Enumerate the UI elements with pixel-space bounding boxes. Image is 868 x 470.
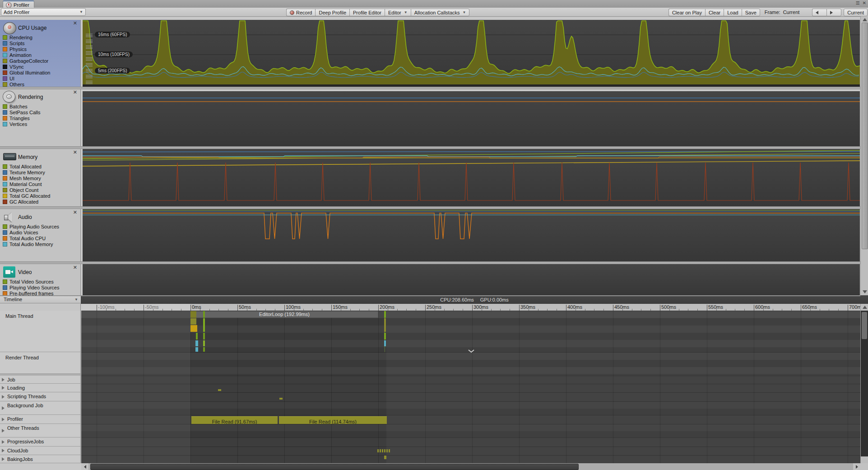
memory-chart[interactable] [83, 149, 860, 206]
expand-arrow-icon[interactable] [2, 429, 5, 433]
profiler-sample-block[interactable] [203, 347, 205, 352]
clear-on-play-button[interactable]: Clear on Play [668, 9, 705, 16]
thread-row-job[interactable]: Job [0, 376, 80, 384]
allocation-callstacks-dropdown[interactable]: Allocation Callstacks▼ [411, 9, 470, 16]
scroll-down-icon[interactable] [863, 290, 867, 293]
legend-item-audio-voices[interactable]: Audio Voices [3, 230, 38, 235]
thread-row-scripting-threads[interactable]: Scripting Threads [0, 392, 80, 401]
profiler-sample-block[interactable] [384, 333, 386, 340]
rendering-chart[interactable] [83, 91, 860, 146]
deep-profile-button[interactable]: Deep Profile [315, 9, 349, 16]
legend-drag-handle[interactable] [86, 75, 93, 79]
close-icon[interactable]: ✕ [73, 150, 77, 155]
legend-drag-handle[interactable] [86, 51, 93, 56]
profiler-sample-block[interactable] [203, 333, 205, 340]
legend-item-animation[interactable]: Animation [3, 52, 32, 58]
module-video[interactable]: Video✕Total Video SourcesPlaying Video S… [0, 264, 81, 295]
thread-row-loading[interactable]: Loading [0, 384, 80, 392]
module-cpu-usage[interactable]: CPU Usage✕RenderingScriptsPhysicsAnimati… [0, 20, 81, 87]
timeline-area[interactable]: EditorLoop (192.99ms)File Read (91.67ms)… [81, 311, 860, 463]
expand-arrow-icon[interactable] [2, 449, 5, 452]
timeline-scrollbar[interactable] [860, 304, 868, 463]
legend-drag-handle[interactable] [86, 46, 93, 50]
expand-main-thread-chevron[interactable] [468, 349, 475, 353]
legend-item-global-illumination[interactable]: Global Illumination [3, 70, 51, 75]
file-read-bar[interactable]: File Read (91.67ms) [191, 416, 278, 424]
legend-item-vsync[interactable]: VSync [3, 64, 24, 70]
save-button[interactable]: Save [742, 9, 760, 16]
legend-item-total-audio-memory[interactable]: Total Audio Memory [3, 242, 53, 247]
timeline-hscrollbar-thumb[interactable] [90, 464, 579, 470]
profiler-sample-block[interactable] [384, 311, 386, 318]
expand-arrow-icon[interactable] [2, 457, 5, 461]
expand-arrow-icon[interactable] [2, 386, 5, 390]
legend-item-gc-allocated[interactable]: GC Allocated [3, 199, 38, 205]
editorloop-bar[interactable]: EditorLoop (192.99ms) [190, 311, 378, 318]
legend-item-total-allocated[interactable]: Total Allocated [3, 164, 42, 169]
profiler-sample-block[interactable] [196, 333, 198, 340]
video-chart[interactable] [83, 264, 860, 295]
expand-arrow-icon[interactable] [2, 440, 5, 444]
window-menu-icon[interactable]: ☰ [856, 1, 860, 5]
close-icon[interactable]: ✕ [73, 265, 77, 270]
legend-item-texture-memory[interactable]: Texture Memory [3, 170, 45, 175]
thread-row-bakingjobs[interactable]: BakingJobs [0, 455, 80, 463]
previous-frame-button[interactable] [812, 9, 826, 16]
thread-row-background-job[interactable]: Background Job [0, 401, 80, 415]
clear-button[interactable]: Clear [705, 9, 724, 16]
add-profiler-dropdown[interactable]: Add Profiler ▼ [1, 8, 86, 16]
time-ruler[interactable]: -100ms-50ms0ms50ms100ms150ms200ms250ms30… [81, 304, 860, 311]
legend-item-batches[interactable]: Batches [3, 104, 28, 109]
profiler-sample-block[interactable] [384, 318, 386, 332]
timeline-hscrollbar[interactable] [81, 463, 860, 470]
record-button[interactable]: Record [286, 9, 315, 16]
legend-drag-handle[interactable] [86, 63, 93, 67]
scroll-up-icon[interactable] [863, 306, 867, 309]
legend-item-scripts[interactable]: Scripts [3, 41, 25, 46]
close-icon[interactable]: ✕ [73, 210, 77, 215]
close-icon[interactable]: ✕ [73, 21, 77, 26]
scroll-left-button[interactable] [81, 463, 88, 470]
current-frame-button[interactable]: Current [844, 9, 868, 16]
profiler-sample-block[interactable] [195, 340, 198, 346]
expand-arrow-icon[interactable] [2, 378, 5, 382]
legend-item-playing-audio-sources[interactable]: Playing Audio Sources [3, 224, 59, 229]
cpu-usage-chart[interactable]: 16ms (60FPS)10ms (100FPS)5ms (200FPS) [83, 20, 860, 87]
legend-drag-handle[interactable] [86, 34, 93, 38]
legend-item-material-count[interactable]: Material Count [3, 181, 42, 187]
legend-item-vertices[interactable]: Vertices [3, 121, 27, 127]
legend-item-object-count[interactable]: Object Count [3, 187, 38, 193]
legend-item-total-gc-allocated[interactable]: Total GC Allocated [3, 193, 51, 199]
timeline-scrollbar-thumb[interactable] [862, 312, 867, 339]
profiler-sample-block[interactable] [195, 347, 198, 352]
legend-item-triangles[interactable]: Triangles [3, 116, 30, 121]
legend-item-others[interactable]: Others [3, 82, 24, 87]
module-rendering[interactable]: Rendering✕BatchesSetPass CallsTrianglesV… [0, 89, 81, 146]
legend-drag-handle[interactable] [86, 81, 93, 85]
legend-item-setpass-calls[interactable]: SetPass Calls [3, 110, 40, 115]
profiler-sample-block[interactable] [190, 325, 197, 332]
audio-chart[interactable] [83, 209, 860, 261]
window-close-icon[interactable]: ✕ [863, 1, 866, 5]
module-audio[interactable]: Audio✕Playing Audio SourcesAudio VoicesT… [0, 209, 81, 261]
thread-row-other-threads[interactable]: Other Threads [0, 424, 80, 437]
editor-dropdown[interactable]: Editor▼ [385, 9, 411, 16]
legend-drag-handle[interactable] [86, 69, 93, 73]
legend-item-garbagecollector[interactable]: GarbageCollector [3, 58, 48, 64]
legend-drag-handle[interactable] [86, 57, 93, 61]
file-read-bar[interactable]: File Read (114.74ms) [279, 416, 387, 424]
legend-item-total-video-sources[interactable]: Total Video Sources [3, 279, 54, 284]
module-memory[interactable]: Memory✕Total AllocatedTexture MemoryMesh… [0, 149, 81, 206]
legend-item-rendering[interactable]: Rendering [3, 35, 32, 40]
next-frame-button[interactable] [826, 9, 841, 16]
thread-row-render-thread[interactable]: Render Thread [0, 352, 80, 374]
profiler-sample-block[interactable] [203, 340, 205, 346]
legend-drag-handle[interactable] [86, 40, 93, 44]
load-button[interactable]: Load [724, 9, 741, 16]
profiler-sample-block[interactable] [384, 340, 386, 346]
thread-row-main-thread[interactable]: Main Thread [0, 311, 80, 352]
profiler-sample-block[interactable] [203, 318, 205, 332]
charts-scrollbar-thumb[interactable] [862, 23, 868, 249]
thread-row-profiler[interactable]: Profiler [0, 415, 80, 424]
scroll-up-icon[interactable] [863, 18, 867, 21]
